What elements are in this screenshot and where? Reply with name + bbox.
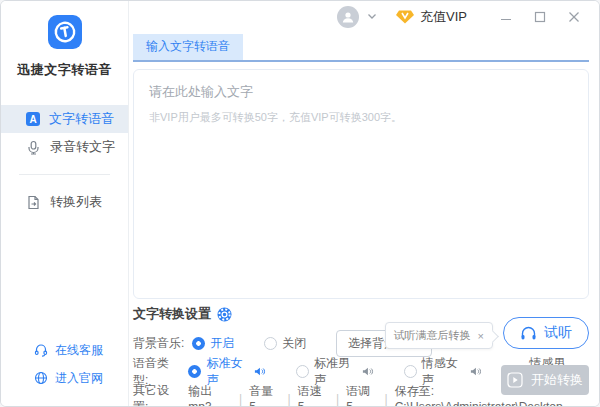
- bgm-label: 背景音乐:: [133, 335, 184, 352]
- sidebar-item-text-to-speech[interactable]: A 文字转语音: [1, 105, 128, 133]
- online-support-link[interactable]: 在线客服: [34, 336, 128, 364]
- conversion-settings: 文字转换设置 背景音乐: 开启 关闭: [133, 299, 589, 406]
- main-content: 输入文字转语音 请在此处输入文字 非VIP用户最多可转换50字，充值VIP可转换…: [129, 32, 599, 406]
- recharge-vip-button[interactable]: 充值VIP: [395, 8, 467, 26]
- titlebar: 充值VIP: [129, 1, 599, 32]
- separator: |: [385, 392, 388, 406]
- sidebar-divider: [19, 174, 110, 175]
- other-settings-label: 其它设置:: [133, 382, 180, 407]
- tooltip-close-icon[interactable]: ×: [478, 330, 484, 342]
- radio-dot: [264, 337, 277, 350]
- sidebar-nav: A 文字转语音 录音转文字: [1, 105, 128, 216]
- editor-placeholder: 请在此处输入文字: [149, 83, 573, 101]
- vip-gem-icon: [395, 9, 415, 25]
- text-input-area[interactable]: 请在此处输入文字 非VIP用户最多可转换50字，充值VIP可转换300字。: [133, 69, 589, 299]
- tab-input-text-to-speech[interactable]: 输入文字转语音: [133, 34, 243, 60]
- globe-icon: [34, 371, 48, 385]
- listen-tooltip: 试听满意后转换 ×: [385, 322, 493, 349]
- sidebar-item-label: 转换列表: [50, 193, 102, 211]
- sidebar-item-speech-to-text[interactable]: 录音转文字: [1, 133, 128, 161]
- bgm-off-label: 关闭: [282, 335, 306, 352]
- tab-bar: 输入文字转语音: [133, 34, 589, 62]
- official-site-link[interactable]: 进入官网: [34, 364, 128, 392]
- speaker-icon[interactable]: [254, 366, 266, 377]
- volume-value[interactable]: 音量 5: [249, 383, 280, 407]
- gear-icon[interactable]: [217, 307, 232, 322]
- listen-button[interactable]: 试听: [503, 317, 589, 349]
- separator: |: [336, 392, 339, 406]
- sidebar-item-label: 文字转语音: [49, 110, 114, 128]
- conversion-list-icon: [26, 195, 41, 210]
- sidebar: 迅捷文字转语音 A 文字转语音 录音转文字: [1, 1, 129, 406]
- main-area: 充值VIP 输入文字转语音 请在此处输入文字 非VIP用户最多可转换50字，充值…: [129, 1, 599, 406]
- settings-title: 文字转换设置: [133, 305, 211, 323]
- user-avatar[interactable]: [337, 6, 359, 28]
- chevron-down-icon[interactable]: [367, 13, 377, 20]
- sidebar-spacer: [1, 216, 128, 336]
- sidebar-item-label: 录音转文字: [50, 138, 115, 156]
- start-convert-label: 开始转换: [531, 371, 583, 389]
- logo-area: 迅捷文字转语音: [1, 1, 128, 79]
- radio-dot: [188, 365, 201, 378]
- bgm-off-radio[interactable]: 关闭: [264, 335, 306, 352]
- separator: |: [239, 392, 242, 406]
- close-button[interactable]: [565, 8, 583, 26]
- tone-value[interactable]: 语调 5: [346, 383, 377, 407]
- text-to-speech-icon: A: [26, 112, 40, 126]
- bgm-on-radio[interactable]: 开启: [192, 335, 234, 352]
- output-format-value[interactable]: 输出mp3: [188, 383, 232, 407]
- bgm-on-label: 开启: [210, 335, 234, 352]
- radio-dot: [296, 365, 309, 378]
- start-convert-button[interactable]: 开始转换: [501, 365, 589, 395]
- speed-value[interactable]: 语速 5: [298, 383, 329, 407]
- official-site-label: 进入官网: [55, 370, 103, 387]
- headphones-icon: [520, 326, 537, 341]
- microphone-icon: [26, 140, 41, 155]
- maximize-button[interactable]: [531, 8, 549, 26]
- sidebar-links: 在线客服 进入官网: [1, 336, 128, 406]
- listen-button-label: 试听: [544, 324, 572, 342]
- tooltip-text: 试听满意后转换: [394, 328, 471, 343]
- separator: |: [288, 392, 291, 406]
- play-icon: [507, 372, 523, 388]
- radio-dot: [192, 337, 205, 350]
- app-title: 迅捷文字转语音: [1, 61, 128, 79]
- headset-support-icon: [34, 343, 48, 357]
- editor-vip-note: 非VIP用户最多可转换50字，充值VIP可转换300字。: [149, 110, 573, 125]
- app-logo-icon: [47, 14, 83, 50]
- minimize-button[interactable]: [497, 8, 515, 26]
- sidebar-item-conversion-list[interactable]: 转换列表: [1, 188, 128, 216]
- radio-dot: [404, 365, 417, 378]
- recharge-vip-label: 充值VIP: [420, 8, 467, 26]
- speaker-icon[interactable]: [362, 366, 374, 377]
- app-window: 迅捷文字转语音 A 文字转语音 录音转文字: [0, 0, 600, 407]
- speaker-icon[interactable]: [470, 366, 482, 377]
- online-support-label: 在线客服: [55, 342, 103, 359]
